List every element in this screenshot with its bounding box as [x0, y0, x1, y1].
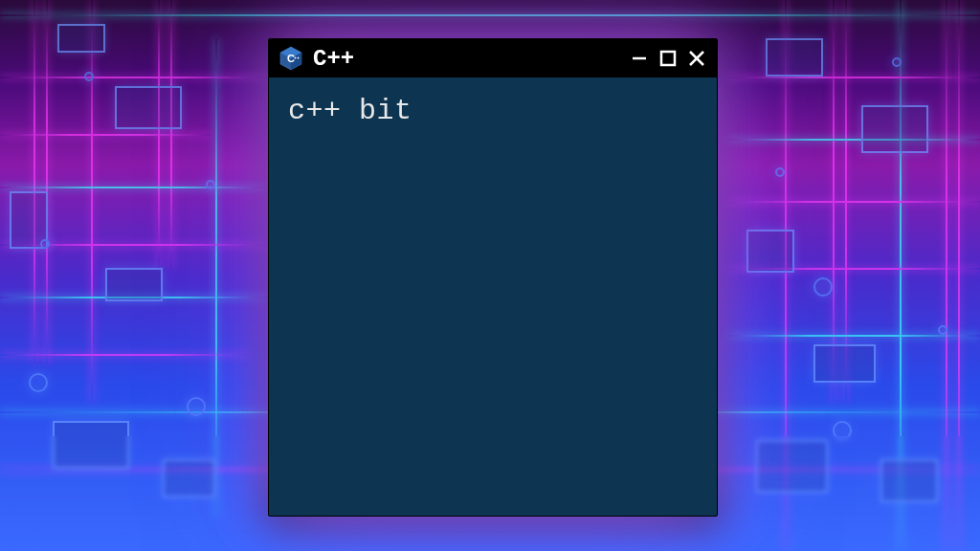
cpp-logo-icon: C ++ — [278, 46, 303, 71]
terminal-content[interactable]: c++ bit — [269, 77, 717, 144]
window-title: C++ — [313, 46, 619, 72]
terminal-window: C ++ C++ c++ bit — [268, 38, 718, 517]
maximize-button[interactable] — [657, 48, 679, 69]
svg-rect-6 — [661, 52, 675, 65]
terminal-text: c++ bit — [288, 95, 412, 127]
titlebar[interactable]: C ++ C++ — [269, 39, 717, 77]
close-button[interactable] — [686, 48, 707, 69]
minimize-button[interactable] — [629, 48, 650, 69]
window-controls — [629, 48, 707, 69]
svg-text:++: ++ — [294, 55, 300, 60]
